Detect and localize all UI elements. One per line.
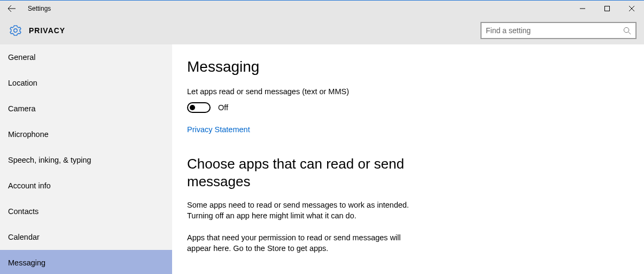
- content-area: General Location Camera Microphone Speec…: [0, 44, 644, 274]
- maximize-button[interactable]: [595, 1, 619, 17]
- minimize-icon: [580, 6, 585, 11]
- sidebar-item-messaging[interactable]: Messaging: [0, 250, 172, 274]
- sidebar-item-label: Location: [8, 79, 37, 87]
- sidebar-item-general[interactable]: General: [0, 44, 172, 70]
- window-controls: [570, 1, 644, 17]
- messaging-toggle[interactable]: [187, 102, 211, 113]
- sidebar-item-contacts[interactable]: Contacts: [0, 199, 172, 224]
- sidebar-item-label: Contacts: [8, 207, 38, 216]
- sidebar-item-camera[interactable]: Camera: [0, 96, 172, 121]
- titlebar-left: Settings: [4, 1, 51, 16]
- close-button[interactable]: [619, 1, 644, 17]
- toggle-knob: [190, 105, 195, 110]
- sidebar-item-label: Microphone: [8, 130, 49, 139]
- sidebar: General Location Camera Microphone Speec…: [0, 44, 172, 274]
- svg-point-1: [624, 27, 629, 32]
- toggle-label: Let apps read or send messages (text or …: [187, 87, 623, 96]
- gear-icon: [10, 25, 21, 36]
- window-title: Settings: [28, 5, 51, 12]
- page-title: Messaging: [187, 58, 623, 75]
- sidebar-item-account[interactable]: Account info: [0, 173, 172, 199]
- sidebar-item-calendar[interactable]: Calendar: [0, 224, 172, 250]
- sidebar-item-label: Camera: [8, 104, 36, 113]
- sidebar-item-label: Calendar: [8, 233, 40, 241]
- toggle-state-text: Off: [218, 103, 228, 112]
- search-input[interactable]: [486, 26, 623, 35]
- sidebar-item-location[interactable]: Location: [0, 70, 172, 96]
- sidebar-item-label: General: [8, 53, 36, 62]
- main-content: Messaging Let apps read or send messages…: [172, 44, 644, 274]
- body-text-2: Apps that need your permission to read o…: [187, 232, 422, 254]
- back-button[interactable]: [4, 1, 19, 16]
- svg-rect-0: [605, 6, 610, 11]
- search-box[interactable]: [480, 22, 637, 39]
- arrow-left-icon: [7, 4, 16, 13]
- close-icon: [629, 6, 634, 11]
- header-title: PRIVACY: [29, 26, 65, 35]
- titlebar: Settings: [0, 1, 644, 17]
- search-icon: [623, 27, 631, 35]
- toggle-row: Off: [187, 102, 623, 113]
- sidebar-item-label: Speech, inking, & typing: [8, 156, 91, 164]
- maximize-icon: [604, 6, 610, 11]
- header-left: PRIVACY: [10, 25, 65, 36]
- sidebar-item-speech[interactable]: Speech, inking, & typing: [0, 147, 172, 173]
- section-title: Choose apps that can read or send messag…: [187, 155, 422, 190]
- sidebar-item-label: Messaging: [8, 258, 45, 267]
- privacy-statement-link[interactable]: Privacy Statement: [187, 125, 250, 134]
- minimize-button[interactable]: [570, 1, 595, 17]
- sidebar-item-label: Account info: [8, 181, 51, 190]
- body-text-1: Some apps need to read or send messages …: [187, 200, 422, 222]
- sidebar-item-microphone[interactable]: Microphone: [0, 121, 172, 147]
- header-bar: PRIVACY: [0, 17, 644, 44]
